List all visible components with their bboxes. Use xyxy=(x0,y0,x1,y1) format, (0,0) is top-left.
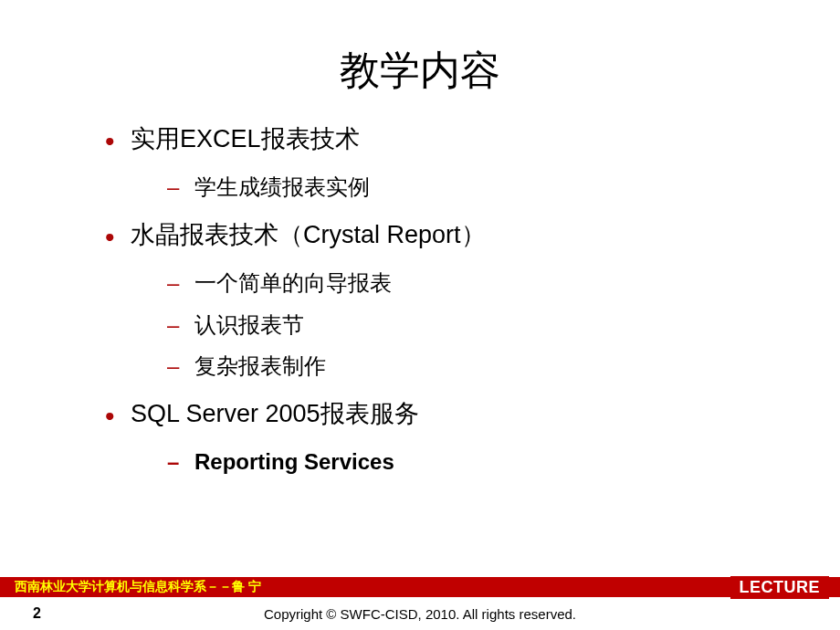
bullet-list-level2: 一个简单的向导报表 认识报表节 复杂报表制作 xyxy=(131,262,785,387)
list-item: 实用EXCEL报表技术 学生成绩报表实例 xyxy=(105,120,785,208)
list-item: 复杂报表制作 xyxy=(167,345,785,387)
list-item: Reporting Services xyxy=(167,441,785,483)
subitem-label: 复杂报表制作 xyxy=(194,353,326,378)
copyright-text: Copyright © SWFC-CISD, 2010. All rights … xyxy=(0,606,840,622)
footer-redbar: 西南林业大学计算机与信息科学系－－鲁 宁 LECTURE xyxy=(0,577,840,597)
slide-title: 教学内容 xyxy=(0,44,840,98)
bullet-list-level1: 实用EXCEL报表技术 学生成绩报表实例 水晶报表技术（Crystal Repo… xyxy=(105,120,785,483)
item-label: 水晶报表技术（Crystal Report） xyxy=(131,221,486,248)
list-item: SQL Server 2005报表服务 Reporting Services xyxy=(105,394,785,483)
subitem-label: 学生成绩报表实例 xyxy=(194,174,370,199)
footer-bottom-row: 2 Copyright © SWFC-CISD, 2010. All right… xyxy=(0,597,840,630)
subitem-label: 一个简单的向导报表 xyxy=(194,270,392,295)
slide: 教学内容 实用EXCEL报表技术 学生成绩报表实例 水晶报表技术（Crystal… xyxy=(0,0,840,630)
bullet-list-level2: Reporting Services xyxy=(131,441,785,483)
slide-footer: 西南林业大学计算机与信息科学系－－鲁 宁 LECTURE 2 Copyright… xyxy=(0,577,840,630)
footer-org-author: 西南林业大学计算机与信息科学系－－鲁 宁 xyxy=(15,579,261,595)
bullet-list-level2: 学生成绩报表实例 xyxy=(131,166,785,208)
item-label: SQL Server 2005报表服务 xyxy=(131,400,419,427)
subitem-label: Reporting Services xyxy=(194,449,394,474)
subitem-label: 认识报表节 xyxy=(194,312,304,337)
list-item: 认识报表节 xyxy=(167,304,785,346)
item-label: 实用EXCEL报表技术 xyxy=(131,125,360,152)
list-item: 水晶报表技术（Crystal Report） 一个简单的向导报表 认识报表节 复… xyxy=(105,215,785,387)
lecture-accent xyxy=(699,590,732,597)
list-item: 学生成绩报表实例 xyxy=(167,166,785,208)
content-area: 实用EXCEL报表技术 学生成绩报表实例 水晶报表技术（Crystal Repo… xyxy=(0,120,840,577)
lecture-label: LECTURE xyxy=(730,576,830,599)
list-item: 一个简单的向导报表 xyxy=(167,262,785,304)
